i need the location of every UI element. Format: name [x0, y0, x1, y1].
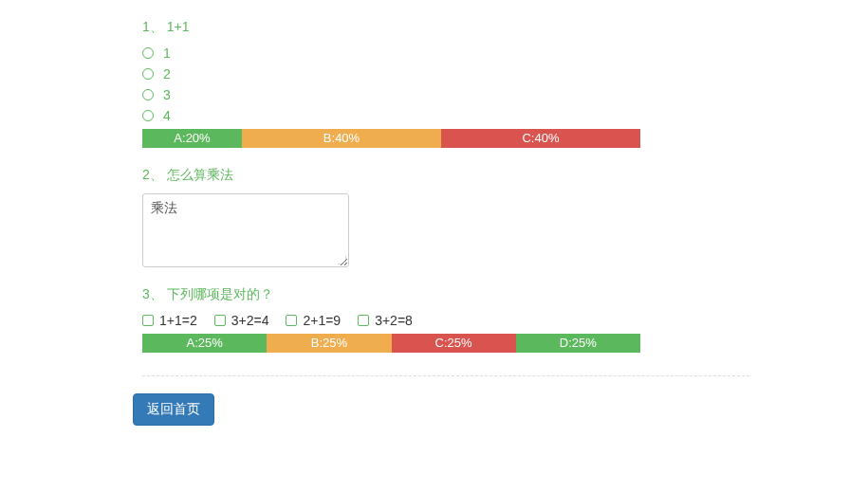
stats-segment-c: C:25% [392, 334, 516, 353]
question-1: 1、 1+1 1 2 3 4 A:20% B:40% C:40% [142, 19, 868, 148]
stats-label: B:40% [323, 131, 360, 145]
back-home-button[interactable]: 返回首页 [133, 393, 214, 426]
question-3-option-3[interactable]: 2+1=9 [286, 313, 341, 328]
question-3: 3、 下列哪项是对的？ 1+1=2 3+2=4 2+1=9 3+2=8 A:25… [142, 286, 868, 353]
radio-icon [142, 47, 154, 59]
question-1-option-2[interactable]: 2 [142, 66, 868, 82]
question-2-text: 怎么算乘法 [167, 167, 233, 182]
question-2-textarea[interactable]: 乘法 [142, 193, 349, 267]
question-1-option-4[interactable]: 4 [142, 108, 868, 123]
question-2: 2、 怎么算乘法 乘法 [142, 167, 868, 267]
question-3-title: 3、 下列哪项是对的？ [142, 286, 868, 303]
question-1-text: 1+1 [167, 19, 190, 34]
question-3-option-4[interactable]: 3+2=8 [358, 313, 413, 328]
question-3-option-1[interactable]: 1+1=2 [142, 313, 197, 328]
question-1-stats-bar: A:20% B:40% C:40% [142, 129, 640, 148]
checkbox-icon [142, 315, 154, 326]
stats-segment-b: B:25% [267, 334, 391, 353]
stats-label: D:25% [560, 336, 597, 350]
stats-segment-a: A:20% [142, 129, 242, 148]
question-3-stats-bar: A:25% B:25% C:25% D:25% [142, 334, 640, 353]
stats-label: B:25% [311, 336, 347, 350]
question-1-number: 1、 [142, 19, 163, 34]
option-label: 2+1=9 [303, 313, 341, 328]
option-label: 3 [163, 87, 171, 102]
textarea-value: 乘法 [151, 200, 177, 215]
stats-segment-b: B:40% [242, 129, 441, 148]
question-1-option-1[interactable]: 1 [142, 46, 868, 61]
question-2-number: 2、 [142, 167, 163, 182]
option-label: 4 [163, 108, 171, 123]
option-label: 2 [163, 66, 171, 82]
quiz-container: 1、 1+1 1 2 3 4 A:20% B:40% C:40% 2、 怎么算乘… [0, 0, 868, 454]
radio-icon [142, 110, 154, 121]
stats-label: A:25% [186, 336, 222, 350]
question-3-number: 3、 [142, 286, 163, 301]
option-label: 1+1=2 [159, 313, 197, 328]
stats-label: A:20% [174, 131, 210, 145]
checkbox-icon [214, 315, 226, 326]
question-1-title: 1、 1+1 [142, 19, 868, 36]
stats-segment-a: A:25% [142, 334, 267, 353]
option-label: 1 [163, 46, 171, 61]
question-1-option-3[interactable]: 3 [142, 87, 868, 102]
back-button-label: 返回首页 [147, 401, 200, 416]
question-3-options: 1+1=2 3+2=4 2+1=9 3+2=8 [142, 313, 868, 328]
stats-label: C:25% [435, 336, 472, 350]
radio-icon [142, 89, 154, 100]
option-label: 3+2=4 [231, 313, 269, 328]
stats-segment-c: C:40% [441, 129, 640, 148]
option-label: 3+2=8 [375, 313, 413, 328]
radio-icon [142, 68, 154, 80]
stats-segment-d: D:25% [516, 334, 640, 353]
checkbox-icon [286, 315, 297, 326]
checkbox-icon [358, 315, 369, 326]
stats-label: C:40% [522, 131, 559, 145]
question-3-option-2[interactable]: 3+2=4 [214, 313, 269, 328]
question-2-title: 2、 怎么算乘法 [142, 167, 868, 184]
question-3-text: 下列哪项是对的？ [167, 286, 273, 301]
divider [142, 375, 749, 376]
